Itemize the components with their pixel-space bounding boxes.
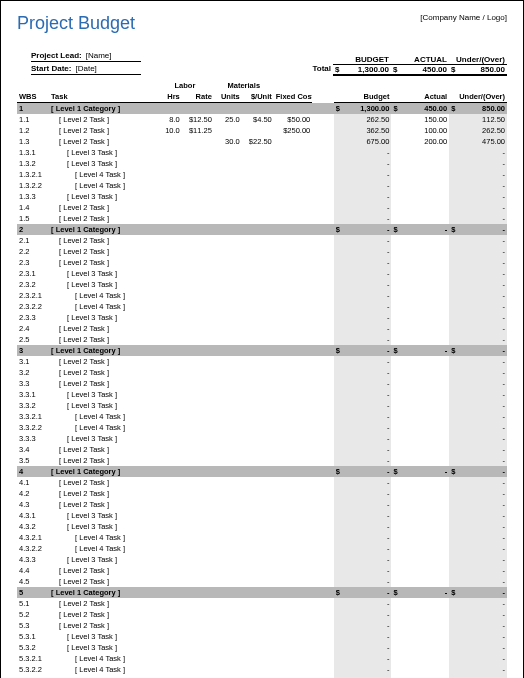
table-row: 3.3.2.2[ Level 4 Task ]-- bbox=[17, 422, 507, 433]
col-labor: Labor bbox=[156, 80, 214, 91]
col-budget: Budget bbox=[334, 80, 392, 103]
col-materials: Materials bbox=[214, 80, 274, 91]
table-row: 4.1[ Level 2 Task ]-- bbox=[17, 477, 507, 488]
actual-total: 450.00 bbox=[391, 64, 449, 76]
table-row: 3.1[ Level 2 Task ]-- bbox=[17, 356, 507, 367]
start-label: Start Date: bbox=[31, 64, 71, 73]
table-row: 1.3.1[ Level 3 Task ]-- bbox=[17, 147, 507, 158]
col-units: Units bbox=[214, 91, 242, 103]
table-row: 5.3.1[ Level 3 Task ]-- bbox=[17, 631, 507, 642]
category-row: 1[ Level 1 Category ]1,300.00450.00850.0… bbox=[17, 103, 507, 115]
budget-table: WBS Task Labor Materials Fixed Costs Bud… bbox=[17, 80, 507, 678]
budget-total: 1,300.00 bbox=[333, 64, 391, 76]
table-row: 2.1[ Level 2 Task ]-- bbox=[17, 235, 507, 246]
total-label: Total bbox=[275, 64, 333, 73]
table-row: 3.2[ Level 2 Task ]-- bbox=[17, 367, 507, 378]
col-perunit: $/Unit bbox=[242, 91, 274, 103]
uo-total: 850.00 bbox=[449, 64, 507, 76]
table-row: 3.3.2[ Level 3 Task ]-- bbox=[17, 400, 507, 411]
table-row: 4.3.2.2[ Level 4 Task ]-- bbox=[17, 543, 507, 554]
start-value: [Date] bbox=[75, 64, 96, 73]
uo-header: Under/(Over) bbox=[449, 55, 507, 64]
col-uo: Under/(Over) bbox=[449, 80, 507, 103]
table-row: 2.3.1[ Level 3 Task ]-- bbox=[17, 268, 507, 279]
table-row: 4.4[ Level 2 Task ]-- bbox=[17, 565, 507, 576]
table-row: 1.3.3[ Level 3 Task ]-- bbox=[17, 191, 507, 202]
table-row: 5.3.2.1[ Level 4 Task ]-- bbox=[17, 653, 507, 664]
table-row: 2.3.2.1[ Level 4 Task ]-- bbox=[17, 290, 507, 301]
table-row: 1.1[ Level 2 Task ]8.0$12.5025.0$4.50$50… bbox=[17, 114, 507, 125]
page-title: Project Budget bbox=[17, 13, 135, 34]
table-row: 2.3[ Level 2 Task ]-- bbox=[17, 257, 507, 268]
table-row: 1.5[ Level 2 Task ]-- bbox=[17, 213, 507, 224]
table-row: 5.1[ Level 2 Task ]-- bbox=[17, 598, 507, 609]
col-actual: Actual bbox=[391, 80, 449, 103]
category-row: 3[ Level 1 Category ]--- bbox=[17, 345, 507, 356]
table-row: 2.3.2.2[ Level 4 Task ]-- bbox=[17, 301, 507, 312]
table-row: 4.3.1[ Level 3 Task ]-- bbox=[17, 510, 507, 521]
table-row: 5.2[ Level 2 Task ]-- bbox=[17, 609, 507, 620]
table-row: 2.4[ Level 2 Task ]-- bbox=[17, 323, 507, 334]
table-row: 3.3[ Level 2 Task ]-- bbox=[17, 378, 507, 389]
category-row: 5[ Level 1 Category ]--- bbox=[17, 587, 507, 598]
table-row: 4.3.2[ Level 3 Task ]-- bbox=[17, 521, 507, 532]
budget-header: BUDGET bbox=[333, 55, 391, 64]
col-wbs: WBS bbox=[17, 80, 49, 103]
table-row: 1.4[ Level 2 Task ]-- bbox=[17, 202, 507, 213]
table-row: 4.3.2.1[ Level 4 Task ]-- bbox=[17, 532, 507, 543]
table-row: 3.3.3[ Level 3 Task ]-- bbox=[17, 433, 507, 444]
table-row: 5.3.2.2[ Level 4 Task ]-- bbox=[17, 664, 507, 675]
table-row: 5.3.2[ Level 3 Task ]-- bbox=[17, 642, 507, 653]
lead-label: Project Lead: bbox=[31, 51, 82, 60]
table-row: 1.2[ Level 2 Task ]10.0$11.25$250.00362.… bbox=[17, 125, 507, 136]
table-row: 5.3[ Level 2 Task ]-- bbox=[17, 620, 507, 631]
table-row: 4.3[ Level 2 Task ]-- bbox=[17, 499, 507, 510]
col-fixed: Fixed Costs bbox=[274, 80, 313, 103]
category-row: 4[ Level 1 Category ]--- bbox=[17, 466, 507, 477]
table-row: 3.3.1[ Level 3 Task ]-- bbox=[17, 389, 507, 400]
table-row: 2.2[ Level 2 Task ]-- bbox=[17, 246, 507, 257]
table-row: 1.3.2.1[ Level 4 Task ]-- bbox=[17, 169, 507, 180]
table-row: 2.5[ Level 2 Task ]-- bbox=[17, 334, 507, 345]
actual-header: ACTUAL bbox=[391, 55, 449, 64]
table-row: 3.4[ Level 2 Task ]-- bbox=[17, 444, 507, 455]
table-row: 2.3.2[ Level 3 Task ]-- bbox=[17, 279, 507, 290]
table-row: 1.3.2.2[ Level 4 Task ]-- bbox=[17, 180, 507, 191]
col-rate: Rate bbox=[182, 91, 214, 103]
totals-block: Total BUDGET 1,300.00 ACTUAL 450.00 Unde… bbox=[275, 55, 507, 76]
category-row: 2[ Level 1 Category ]--- bbox=[17, 224, 507, 235]
table-row: 3.5[ Level 2 Task ]-- bbox=[17, 455, 507, 466]
company-logo: [Company Name / Logo] bbox=[420, 13, 507, 22]
table-row: 4.5[ Level 2 Task ]-- bbox=[17, 576, 507, 587]
table-row: 1.3.2[ Level 3 Task ]-- bbox=[17, 158, 507, 169]
table-row: 3.3.2.1[ Level 4 Task ]-- bbox=[17, 411, 507, 422]
table-row: 2.3.3[ Level 3 Task ]-- bbox=[17, 312, 507, 323]
table-row: 4.2[ Level 2 Task ]-- bbox=[17, 488, 507, 499]
table-row: 1.3[ Level 2 Task ]30.0$22.50675.00200.0… bbox=[17, 136, 507, 147]
meta-block: Project Lead:[Name] Start Date:[Date] bbox=[31, 50, 141, 76]
table-row: 4.3.3[ Level 3 Task ]-- bbox=[17, 554, 507, 565]
lead-value: [Name] bbox=[86, 51, 112, 60]
col-hrs: Hrs bbox=[156, 91, 182, 103]
col-task: Task bbox=[49, 80, 156, 103]
